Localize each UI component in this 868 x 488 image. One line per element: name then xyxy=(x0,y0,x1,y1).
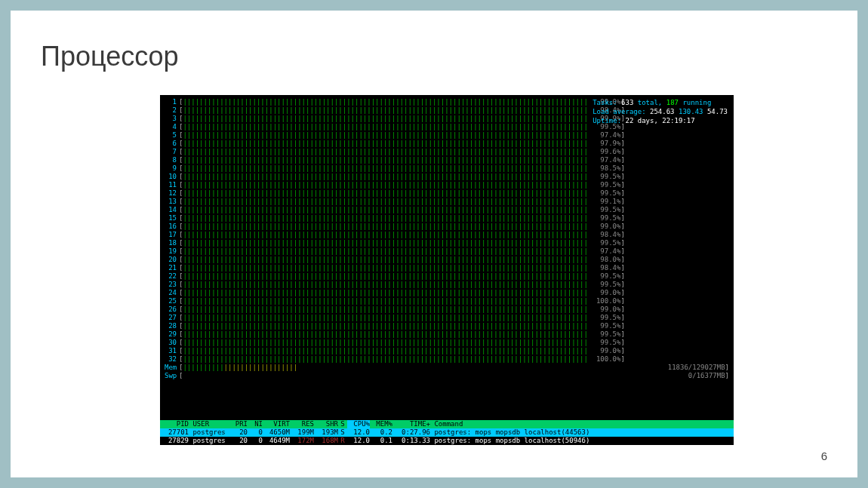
col-pid[interactable]: PID xyxy=(160,420,189,428)
col-res[interactable]: RES xyxy=(290,420,314,428)
cpu-bar-13: 13[|||||||||||||||||||||||||||||||||||||… xyxy=(165,198,729,206)
cpu-bar-25: 25[|||||||||||||||||||||||||||||||||||||… xyxy=(165,297,729,305)
tasks-running-sfx: running xyxy=(682,99,711,106)
col-mem[interactable]: MEM% xyxy=(370,420,392,428)
cpu-bar-6: 6[||||||||||||||||||||||||||||||||||||||… xyxy=(165,140,729,148)
cpu-bar-19: 19[|||||||||||||||||||||||||||||||||||||… xyxy=(165,247,729,256)
cpu-bar-22: 22[|||||||||||||||||||||||||||||||||||||… xyxy=(165,272,729,281)
stats-block: Tasks: 633 total, 187 running Load avera… xyxy=(593,98,728,125)
col-time[interactable]: TIME+ xyxy=(392,420,430,428)
col-cmd[interactable]: Command xyxy=(430,420,734,428)
table-header[interactable]: PID USER PRI NI VIRT RES SHR S CPU% MEM%… xyxy=(160,420,734,428)
page-number: 6 xyxy=(821,450,827,462)
col-pri[interactable]: PRI xyxy=(228,420,248,428)
cpu-bar-26: 26[|||||||||||||||||||||||||||||||||||||… xyxy=(165,305,729,314)
cpu-bar-17: 17[|||||||||||||||||||||||||||||||||||||… xyxy=(165,231,729,239)
cpu-bar-10: 10[|||||||||||||||||||||||||||||||||||||… xyxy=(165,173,729,181)
htop-terminal: Tasks: 633 total, 187 running Load avera… xyxy=(160,95,734,445)
cpu-bar-21: 21[|||||||||||||||||||||||||||||||||||||… xyxy=(165,264,729,272)
swap-meter: Swp[0/16377MB] xyxy=(165,372,729,380)
uptime-label: Uptime: xyxy=(593,117,621,124)
cpu-bar-12: 12[|||||||||||||||||||||||||||||||||||||… xyxy=(165,189,729,198)
cpu-bar-7: 7[||||||||||||||||||||||||||||||||||||||… xyxy=(165,148,729,156)
cpu-bar-5: 5[||||||||||||||||||||||||||||||||||||||… xyxy=(165,131,729,140)
tasks-total-sfx: total, xyxy=(638,99,663,106)
col-virt[interactable]: VIRT xyxy=(263,420,290,428)
cpu-bar-28: 28[|||||||||||||||||||||||||||||||||||||… xyxy=(165,322,729,330)
col-s[interactable]: S xyxy=(338,420,347,428)
cpu-bar-32: 32[|||||||||||||||||||||||||||||||||||||… xyxy=(165,355,729,364)
table-row[interactable]: 27701 postgres2004650M199M193MS12.00.20:… xyxy=(160,428,734,437)
table-row[interactable]: 27829 postgres2004649M172M168MR12.00.10:… xyxy=(160,437,734,445)
tasks-label: Tasks: xyxy=(593,99,617,106)
cpu-meters: 1[||||||||||||||||||||||||||||||||||||||… xyxy=(160,95,734,380)
cpu-bar-24: 24[|||||||||||||||||||||||||||||||||||||… xyxy=(165,289,729,297)
tasks-total: 633 xyxy=(621,99,633,106)
col-user[interactable]: USER xyxy=(189,420,228,428)
cpu-bar-9: 9[||||||||||||||||||||||||||||||||||||||… xyxy=(165,164,729,173)
cpu-bar-11: 11[|||||||||||||||||||||||||||||||||||||… xyxy=(165,181,729,189)
uptime-value: 22 days, 22:19:17 xyxy=(626,117,695,124)
cpu-bar-15: 15[|||||||||||||||||||||||||||||||||||||… xyxy=(165,214,729,223)
cpu-bar-23: 23[|||||||||||||||||||||||||||||||||||||… xyxy=(165,281,729,289)
load-2: 130.43 xyxy=(679,108,703,115)
cpu-bar-30: 30[|||||||||||||||||||||||||||||||||||||… xyxy=(165,339,729,347)
col-shr[interactable]: SHR xyxy=(314,420,338,428)
cpu-bar-16: 16[|||||||||||||||||||||||||||||||||||||… xyxy=(165,223,729,231)
tasks-running: 187 xyxy=(666,99,679,106)
cpu-bar-31: 31[|||||||||||||||||||||||||||||||||||||… xyxy=(165,347,729,355)
load-3: 54.73 xyxy=(707,108,728,115)
cpu-bar-14: 14[|||||||||||||||||||||||||||||||||||||… xyxy=(165,206,729,214)
process-table: PID USER PRI NI VIRT RES SHR S CPU% MEM%… xyxy=(160,420,734,445)
cpu-bar-8: 8[||||||||||||||||||||||||||||||||||||||… xyxy=(165,156,729,164)
mem-meter: Mem[||||||||||||||||||||||||||||11836/12… xyxy=(165,364,729,372)
slide-title: Процессор xyxy=(41,41,179,72)
cpu-bar-27: 27[|||||||||||||||||||||||||||||||||||||… xyxy=(165,314,729,322)
col-cpu[interactable]: CPU% xyxy=(347,420,370,428)
cpu-bar-18: 18[|||||||||||||||||||||||||||||||||||||… xyxy=(165,239,729,247)
cpu-bar-20: 20[|||||||||||||||||||||||||||||||||||||… xyxy=(165,256,729,264)
col-ni[interactable]: NI xyxy=(248,420,263,428)
cpu-bar-29: 29[|||||||||||||||||||||||||||||||||||||… xyxy=(165,330,729,339)
load-label: Load average: xyxy=(593,108,645,115)
load-1: 254.63 xyxy=(650,108,675,115)
